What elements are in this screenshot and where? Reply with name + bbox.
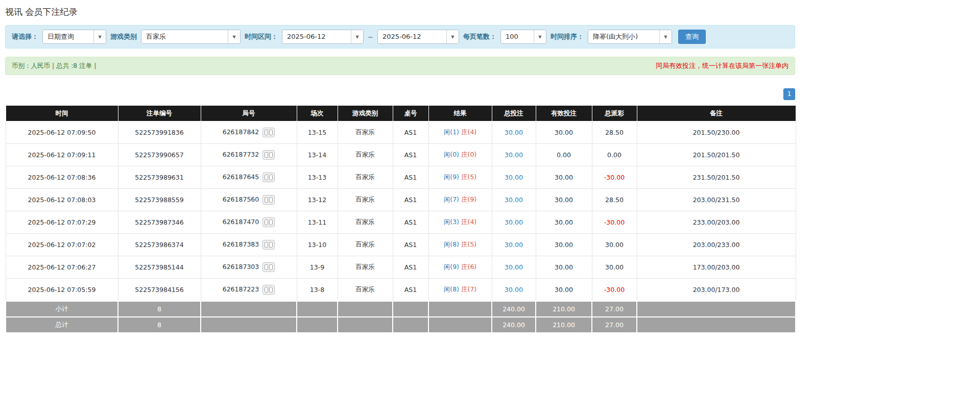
round-id: 626187842 xyxy=(223,128,259,136)
table-row: 2025-06-12 07:07:02 522573986374 6261873… xyxy=(6,234,796,256)
game-type-cell: 百家乐 xyxy=(338,211,393,234)
round-cards-icon[interactable] xyxy=(262,128,275,137)
chevron-down-icon[interactable]: ▼ xyxy=(228,30,240,43)
note-cell: 173.00/203.00 xyxy=(637,256,796,279)
table-no-cell: AS1 xyxy=(393,256,428,279)
round-cards-icon[interactable] xyxy=(262,195,275,205)
round-cards-icon[interactable] xyxy=(262,262,275,272)
result-banker: 庄(7) xyxy=(461,285,476,293)
page-size-select[interactable]: 100 ▼ xyxy=(500,30,546,44)
total-bet-link[interactable]: 30.00 xyxy=(505,241,523,249)
game-type-select[interactable]: 百家乐 ▼ xyxy=(141,30,241,44)
subtotal-payout: 27.00 xyxy=(592,301,637,317)
total-count: 8 xyxy=(118,317,201,333)
chevron-down-icon[interactable]: ▼ xyxy=(446,30,459,43)
footer-empty-cell xyxy=(338,317,393,333)
time-sort-select[interactable]: 降幂(由大到小) ▼ xyxy=(588,30,672,44)
currency-summary: 币别：人民币 | 总共 :8 注单 | xyxy=(12,62,96,70)
round-cell: 626187223 xyxy=(201,279,297,301)
round-id: 626187732 xyxy=(223,151,259,158)
query-type-select[interactable]: 日期查询 ▼ xyxy=(42,30,106,44)
result-cell: 闲(9)庄(5) xyxy=(428,166,492,189)
valid-bet-cell: 30.00 xyxy=(536,211,592,234)
round-cards-icon[interactable] xyxy=(262,173,275,182)
chevron-down-icon[interactable]: ▼ xyxy=(351,30,363,43)
page-button-1[interactable]: 1 xyxy=(783,88,795,100)
game-type-cell: 百家乐 xyxy=(338,166,393,189)
header-session: 场次 xyxy=(297,106,338,121)
footer-empty-cell xyxy=(393,317,428,333)
time-cell: 2025-06-12 07:07:29 xyxy=(6,211,118,234)
session-cell: 13-11 xyxy=(297,211,338,234)
time-cell: 2025-06-12 07:08:36 xyxy=(6,166,118,189)
total-bet-link[interactable]: 30.00 xyxy=(505,151,523,159)
footer-empty-cell xyxy=(201,317,297,333)
subtotal-total-bet: 240.00 xyxy=(492,301,536,317)
session-cell: 13-15 xyxy=(297,121,338,144)
table-no-cell: AS1 xyxy=(393,189,428,211)
total-bet-cell: 30.00 xyxy=(492,189,536,211)
header-table-no: 桌号 xyxy=(393,106,428,121)
header-payout: 总派彩 xyxy=(592,106,637,121)
chevron-down-icon[interactable]: ▼ xyxy=(534,30,546,43)
table-no-cell: AS1 xyxy=(393,211,428,234)
result-banker: 庄(6) xyxy=(461,263,476,271)
search-button[interactable]: 查询 xyxy=(678,30,706,44)
footer-empty-cell xyxy=(393,301,428,317)
result-cell: 闲(0)庄(0) xyxy=(428,144,492,166)
round-cell: 626187645 xyxy=(201,166,297,189)
footer-empty-cell xyxy=(428,301,492,317)
date-to-select[interactable]: 2025-06-12 ▼ xyxy=(377,30,459,44)
query-type-label: 请选择： xyxy=(12,32,38,41)
total-row: 总计 8 240.00 210.00 27.00 xyxy=(6,317,796,333)
bet-id-cell: 522573988559 xyxy=(118,189,201,211)
round-cards-icon[interactable] xyxy=(262,285,275,295)
total-bet-link[interactable]: 30.00 xyxy=(505,218,523,226)
total-bet-link[interactable]: 30.00 xyxy=(505,129,523,136)
round-id: 626187303 xyxy=(223,263,259,271)
date-from-select[interactable]: 2025-06-12 ▼ xyxy=(282,30,364,44)
page-container: 视讯 会员下注纪录 请选择： 日期查询 ▼ 游戏类别 百家乐 ▼ 时间区间： 2… xyxy=(5,6,795,333)
session-cell: 13-8 xyxy=(297,279,338,301)
valid-bet-cell: 30.00 xyxy=(536,121,592,144)
round-cards-icon[interactable] xyxy=(262,217,275,227)
round-cards-icon[interactable] xyxy=(262,150,275,160)
payout-cell: -30.00 xyxy=(592,279,637,301)
footer-empty-cell xyxy=(201,301,297,317)
result-banker: 庄(4) xyxy=(461,218,476,226)
total-bet-link[interactable]: 30.00 xyxy=(505,196,523,204)
range-separator: ~ xyxy=(368,33,373,41)
result-cell: 闲(8)庄(7) xyxy=(428,279,492,301)
total-total-bet: 240.00 xyxy=(492,317,536,333)
round-cell: 626187560 xyxy=(201,189,297,211)
time-cell: 2025-06-12 07:07:02 xyxy=(6,234,118,256)
payout-cell: 30.00 xyxy=(592,256,637,279)
round-cell: 626187470 xyxy=(201,211,297,234)
round-id: 626187560 xyxy=(223,195,259,203)
bet-id-cell: 522573986374 xyxy=(118,234,201,256)
total-bet-link[interactable]: 30.00 xyxy=(505,174,523,181)
total-bet-cell: 30.00 xyxy=(492,279,536,301)
chevron-down-icon[interactable]: ▼ xyxy=(659,30,672,43)
total-label: 总计 xyxy=(6,317,118,333)
payout-cell: 28.50 xyxy=(592,189,637,211)
subtotal-count: 8 xyxy=(118,301,201,317)
result-player: 闲(7) xyxy=(444,195,459,203)
round-cards-icon[interactable] xyxy=(262,240,275,250)
note-cell: 201.50/201.50 xyxy=(637,144,796,166)
bet-id-cell: 522573985144 xyxy=(118,256,201,279)
chevron-down-icon[interactable]: ▼ xyxy=(93,30,106,43)
table-row: 2025-06-12 07:06:27 522573985144 6261873… xyxy=(6,256,796,279)
table-no-cell: AS1 xyxy=(393,121,428,144)
header-result: 结果 xyxy=(428,106,492,121)
total-bet-link[interactable]: 30.00 xyxy=(505,286,523,293)
total-bet-link[interactable]: 30.00 xyxy=(505,263,523,271)
header-game-type: 游戏类别 xyxy=(338,106,393,121)
game-type-cell: 百家乐 xyxy=(338,279,393,301)
bet-records-table: 时间 注单编号 局号 场次 游戏类别 桌号 结果 总投注 有效投注 总派彩 备注… xyxy=(5,105,796,333)
valid-bet-cell: 0.00 xyxy=(536,144,592,166)
result-banker: 庄(5) xyxy=(461,173,476,181)
subtotal-label: 小计 xyxy=(6,301,118,317)
pagination: 1 xyxy=(5,88,795,100)
footer-empty-cell xyxy=(637,317,796,333)
